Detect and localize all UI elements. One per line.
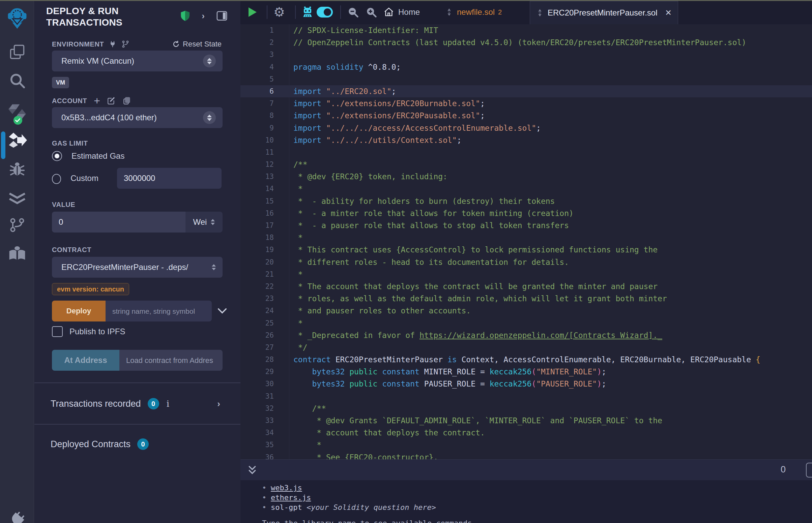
deploy-button[interactable]: Deploy xyxy=(52,301,106,322)
info-icon[interactable]: i xyxy=(166,399,169,409)
code-line[interactable]: 30 bytes32 public constant PAUSER_ROLE =… xyxy=(241,378,812,390)
code-line[interactable]: 36 * See {ERC20-constructor}. xyxy=(241,451,812,459)
publish-ipfs-checkbox[interactable] xyxy=(52,326,63,337)
code-line[interactable]: 15 * - ability for holders to burn (dest… xyxy=(241,195,812,207)
code-line[interactable]: 20 * different roles - head to its docum… xyxy=(241,256,812,268)
code-line[interactable]: 34 * account that deploys the contract. xyxy=(241,427,812,439)
environment-select[interactable]: Remix VM (Cancun) xyxy=(52,51,223,71)
play-icon xyxy=(248,7,257,17)
code-line[interactable]: 23 * roles, as well as the default admin… xyxy=(241,292,812,305)
terminal-search-box[interactable] xyxy=(806,463,812,477)
edit-account-icon[interactable] xyxy=(107,96,116,105)
terminal-listen-count: 0 xyxy=(781,464,786,475)
code-line[interactable]: 3 xyxy=(241,49,812,61)
value-unit-select[interactable]: Wei xyxy=(186,212,223,233)
tab-newfile[interactable]: newfile.sol 2 xyxy=(445,0,502,24)
deploy-run-icon[interactable] xyxy=(0,131,34,150)
code-line[interactable]: 14 * xyxy=(241,183,812,195)
publish-ipfs-label: Publish to IPFS xyxy=(69,327,125,336)
code-line[interactable]: 21 * xyxy=(241,268,812,281)
terminal-link[interactable]: ethers.js xyxy=(271,493,311,502)
code-line[interactable]: 22 * The account that deploys the contra… xyxy=(241,281,812,292)
code-line[interactable]: 19 * This contract uses {AccessControl} … xyxy=(241,244,812,256)
code-line[interactable]: 7import "../extensions/ERC20Burnable.sol… xyxy=(241,97,812,109)
code-line[interactable]: 12/** xyxy=(241,158,812,170)
git-icon[interactable] xyxy=(0,216,34,234)
terminal-link[interactable]: web3.js xyxy=(271,483,302,493)
code-line[interactable]: 31 xyxy=(241,390,812,402)
at-address-input[interactable] xyxy=(119,350,223,371)
code-line[interactable]: 29 bytes32 public constant MINTER_ROLE =… xyxy=(241,366,812,378)
ai-copilot-button[interactable] xyxy=(301,0,314,24)
at-address-button[interactable]: At Address xyxy=(52,350,119,371)
code-line[interactable]: 25 * xyxy=(241,317,812,329)
code-line[interactable]: 27 */ xyxy=(241,341,812,354)
collapse-panel-icon[interactable]: › xyxy=(202,11,205,21)
code-line[interactable]: 2// OpenZeppelin Contracts (last updated… xyxy=(241,36,812,49)
fork-environment-icon[interactable] xyxy=(121,40,129,48)
reset-state-button[interactable]: Reset State xyxy=(172,40,222,49)
account-select[interactable]: 0x5B3...eddC4 (100 ether) xyxy=(52,107,223,128)
custom-gas-radio[interactable] xyxy=(52,174,61,184)
contract-select[interactable]: ERC20PresetMinterPauser - .deps/ xyxy=(52,257,223,278)
code-line[interactable]: 32 /** xyxy=(241,402,812,414)
code-line[interactable]: 24 * and pauser roles to other accounts. xyxy=(241,305,812,317)
code-line[interactable]: 35 * xyxy=(241,439,812,451)
run-script-button[interactable] xyxy=(248,0,257,24)
plugin-icon[interactable] xyxy=(0,511,34,523)
deployed-contracts-section[interactable]: Deployed Contracts 0 xyxy=(51,434,220,454)
zoom-out-button[interactable] xyxy=(347,0,359,24)
expand-constructor-icon[interactable] xyxy=(217,308,227,314)
code-line[interactable]: 6import "../ERC20.sol"; xyxy=(241,85,812,97)
tab-home[interactable]: Home xyxy=(384,0,420,24)
estimated-gas-label: Estimated Gas xyxy=(71,151,124,161)
tab-active-label: ERC20PresetMinterPauser.sol xyxy=(548,8,657,18)
code-line[interactable]: 16 * - a minter role that allows for tok… xyxy=(241,207,812,219)
code-line[interactable]: 10import "../../../utils/Context.sol"; xyxy=(241,134,812,146)
reset-icon xyxy=(172,40,180,48)
window-top-edge xyxy=(0,0,812,1)
pin-panel-icon[interactable] xyxy=(216,11,228,21)
unit-testing-icon[interactable] xyxy=(0,190,34,207)
activity-bar xyxy=(0,0,34,523)
code-line[interactable]: 8import "../extensions/ERC20Pausable.sol… xyxy=(241,109,812,122)
copy-account-icon[interactable] xyxy=(122,96,131,105)
gas-limit-label: GAS LIMIT xyxy=(52,140,88,147)
remix-ide-window: DEPLOY & RUN TRANSACTIONS › ENVIRONMENT xyxy=(0,0,812,523)
expand-transactions-icon[interactable]: › xyxy=(217,399,220,409)
shield-icon[interactable] xyxy=(180,10,190,22)
learneth-icon[interactable] xyxy=(0,245,34,262)
terminal-header[interactable]: 0 xyxy=(241,459,812,480)
code-line[interactable]: 11 xyxy=(241,146,812,158)
code-line[interactable]: 5 xyxy=(241,73,812,85)
zoom-in-button[interactable] xyxy=(365,0,377,24)
tab-erc20presetminterpauser[interactable]: ERC20PresetMinterPauser.sol ✕ xyxy=(530,1,678,24)
script-config-button[interactable]: ⚙ xyxy=(273,0,285,24)
code-editor[interactable]: 1// SPDX-License-Identifier: MIT2// Open… xyxy=(241,24,812,459)
remix-logo[interactable] xyxy=(0,6,34,30)
code-line[interactable]: 18 * xyxy=(241,232,812,244)
file-explorer-icon[interactable] xyxy=(0,43,34,61)
code-line[interactable]: 9import "../../../access/AccessControlEn… xyxy=(241,122,812,134)
code-line[interactable]: 26 * _Deprecated in favor of https://wiz… xyxy=(241,329,812,341)
expand-terminal-icon[interactable] xyxy=(247,465,257,476)
solidity-compiler-icon[interactable] xyxy=(0,101,34,122)
code-line[interactable]: 33 * @dev Grants `DEFAULT_ADMIN_ROLE`, `… xyxy=(241,414,812,427)
code-line[interactable]: 28contract ERC20PresetMinterPauser is Co… xyxy=(241,354,812,366)
close-tab-icon[interactable]: ✕ xyxy=(665,8,672,18)
code-line[interactable]: 13 * @dev {ERC20} token, including: xyxy=(241,170,812,183)
search-icon[interactable] xyxy=(0,71,34,90)
ai-copilot-toggle[interactable] xyxy=(317,0,333,24)
plug-icon[interactable] xyxy=(109,40,117,48)
debugger-icon[interactable] xyxy=(0,160,34,178)
code-line[interactable]: 17 * - a pauser role that allows to stop… xyxy=(241,219,812,232)
custom-gas-input[interactable] xyxy=(117,168,222,189)
code-line[interactable]: 1// SPDX-License-Identifier: MIT xyxy=(241,24,812,36)
value-field: Wei xyxy=(52,212,223,233)
estimated-gas-radio[interactable] xyxy=(52,151,62,161)
value-input[interactable] xyxy=(52,212,186,233)
transactions-recorded-section[interactable]: Transactions recorded 0 i › xyxy=(51,394,220,414)
code-line[interactable]: 4pragma solidity ^0.8.0; xyxy=(241,61,812,73)
add-account-icon[interactable]: + xyxy=(94,97,100,104)
constructor-args-input[interactable] xyxy=(106,301,212,322)
